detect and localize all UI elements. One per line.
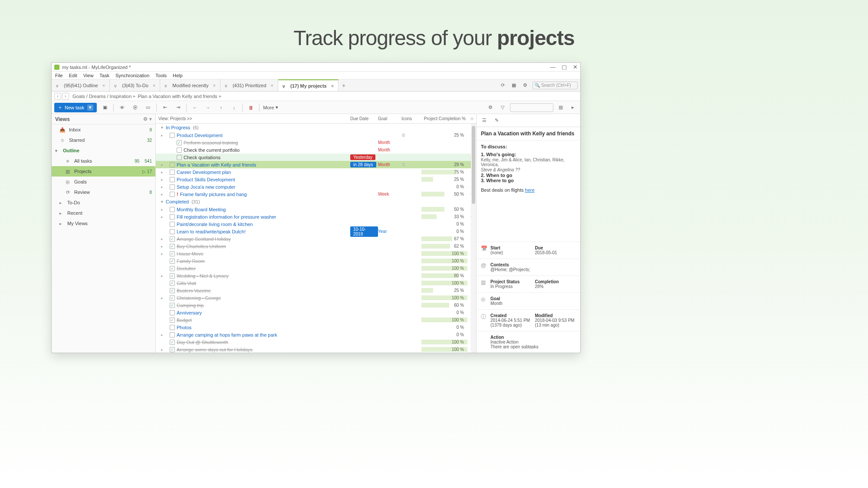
menu-view[interactable]: View [83,73,94,78]
col-completion[interactable]: Project Completion % [421,116,467,121]
search-input[interactable]: 🔍 Search (Ctrl+F) [533,82,578,89]
sidebar-item[interactable]: 📥Inbox8 [52,124,155,135]
add-tab-button[interactable]: + [339,79,349,91]
checkbox[interactable] [170,133,175,138]
tab[interactable]: ▿(3|43) To-Do× [110,79,160,91]
indent-icon[interactable]: ⇥ [173,103,183,112]
scrollbar[interactable] [471,124,476,353]
eye-icon[interactable]: 👁 [117,103,127,112]
sidebar-item[interactable]: ▾Outline [52,145,155,156]
task-row[interactable]: ▸Arrange camping at hops farm paws at th… [156,331,476,338]
task-row[interactable]: ✓Camping trip60 %☆ [156,301,476,309]
checkbox[interactable]: ✓ [170,236,175,242]
task-row[interactable]: ▸✓House Move100 %☆ [156,250,476,257]
sidebar-item[interactable]: ▥Projects▷ 17 [52,166,155,177]
nav-fwd-button[interactable]: › [62,93,69,100]
task-row[interactable]: ▸!Frame family pictures and hangWeek50 %… [156,190,476,198]
expand-panel-icon[interactable]: ▸ [568,103,578,112]
col-goal[interactable]: Goal [378,116,401,121]
task-row[interactable]: Anniversary0 %☆ [156,309,476,316]
task-row[interactable]: Check quotationsYesterday★ [156,154,476,161]
detail-edit-icon[interactable]: ✎ [492,116,501,125]
checkbox[interactable]: ✓ [170,295,175,301]
focus-icon[interactable]: ⦿ [130,103,140,112]
checkbox[interactable]: ✓ [170,273,175,278]
sidebar-item[interactable]: ▸Recent [52,208,155,218]
task-row[interactable]: ▸Fill registration information for press… [156,213,476,220]
checkbox[interactable]: ✓ [170,251,175,256]
task-row[interactable]: ▸Product Skills Development25 %☆ [156,176,476,183]
task-row[interactable]: ▸Product Development🗎25 %☆ [156,131,476,139]
checkbox[interactable]: ✓ [170,347,175,352]
col-star[interactable]: ☆ [467,116,476,121]
checkbox[interactable] [170,214,175,219]
deals-link[interactable]: here [525,187,535,193]
nav-back-button[interactable]: ‹ [54,93,61,100]
checkbox[interactable]: ✓ [177,140,182,145]
checkbox[interactable] [170,184,175,190]
window-icon[interactable]: ▣ [100,103,110,112]
task-row[interactable]: ▸✓Arrange Scotland Holiday67 %☆ [156,235,476,242]
checkbox[interactable] [177,147,182,153]
checkbox[interactable] [170,229,175,234]
col-view[interactable]: View: Projects >> [158,116,350,121]
checkbox[interactable] [170,177,175,182]
arrow-up-icon[interactable]: ↑ [216,103,226,112]
checkbox[interactable]: ✓ [170,244,175,249]
sidebar-item[interactable]: ☆Starred32 [52,135,155,145]
task-row[interactable]: ✓Family Room100 %☆ [156,257,476,265]
checkbox[interactable]: ✓ [170,259,175,264]
task-row[interactable]: ✓Perform seasonal trainingMonth☆ [156,139,476,146]
menu-edit[interactable]: Edit [69,73,77,78]
more-menu[interactable]: More▾ [263,105,278,110]
arrow-down-icon[interactable]: ↓ [229,103,239,112]
col-icons[interactable]: Icons [401,116,421,121]
checkbox[interactable]: ✓ [170,303,175,308]
gear-icon[interactable]: ⚙ [486,103,495,112]
menu-help[interactable]: Help [173,73,183,78]
menu-task[interactable]: Task [99,73,109,78]
tab-close-icon[interactable]: × [331,83,334,88]
checkbox[interactable] [170,325,175,330]
maximize-button[interactable]: ▢ [562,64,567,70]
task-row[interactable]: ✓Busters Vaccine25 %☆ [156,287,476,294]
task-row[interactable]: ✓Budget100 %☆ [156,316,476,324]
tab[interactable]: ▿(431) Prioritized× [220,79,278,91]
menubar[interactable]: FileEditViewTaskSynchronizationToolsHelp [52,72,580,79]
task-row[interactable]: ▸✓Wedding - Niel & Lynsey80 %☆ [156,272,476,279]
collapse-icon[interactable]: ▭ [143,103,153,112]
task-row[interactable]: ▸✓Arrange some days out for Holidays100 … [156,346,476,353]
tab-close-icon[interactable]: × [153,83,155,88]
task-row[interactable]: ▸✓Buy Charlottes Uniform62 %☆ [156,242,476,250]
checkbox[interactable]: ✓ [170,266,175,271]
settings-icon[interactable]: ⚙ [521,82,529,89]
task-row[interactable]: ▸Monthly Board Meeting50 %☆ [156,206,476,213]
checkbox[interactable]: ✓ [170,318,175,323]
tab[interactable]: ▿(17) My projects× [278,79,339,91]
arrow-right-icon[interactable]: → [203,103,213,112]
task-row[interactable]: Paint/decorate living room & kitchen0 %☆ [156,220,476,228]
task-row[interactable]: ▸Setup Joca'a new computer0 %☆ [156,183,476,190]
task-list[interactable]: ▾In Progress (6)▸Product Development🗎25 … [156,124,476,353]
col-due[interactable]: Due Date [350,116,378,121]
sidebar-item[interactable]: ◎Goals [52,177,155,187]
checkbox[interactable] [170,162,175,167]
close-button[interactable]: ✕ [573,64,578,70]
task-row[interactable]: ▸Plan a Vacation with Kelly and friendsi… [156,161,476,168]
sidebar-collapse-icon[interactable]: ▾ [149,116,152,122]
checkbox[interactable]: ✓ [170,281,175,286]
sidebar-gear-icon[interactable]: ⚙ [143,116,148,122]
checkbox[interactable] [170,192,175,197]
detail-list-icon[interactable]: ☰ [480,116,489,125]
menu-file[interactable]: File [55,73,63,78]
new-task-button[interactable]: ＋New task▾ [54,103,97,112]
filter-input[interactable] [510,103,553,112]
refresh-icon[interactable]: ⟳ [499,82,506,89]
group-header[interactable]: ▾In Progress (6) [156,124,476,131]
tab-close-icon[interactable]: × [102,83,105,88]
task-row[interactable]: ▸✓Christening - George100 %☆ [156,294,476,301]
checkbox[interactable] [170,332,175,337]
columns-icon[interactable]: ▥ [556,103,566,112]
task-row[interactable]: ✓Day Out @ Shuttleworth100 %☆ [156,338,476,346]
tab-close-icon[interactable]: × [271,83,273,88]
